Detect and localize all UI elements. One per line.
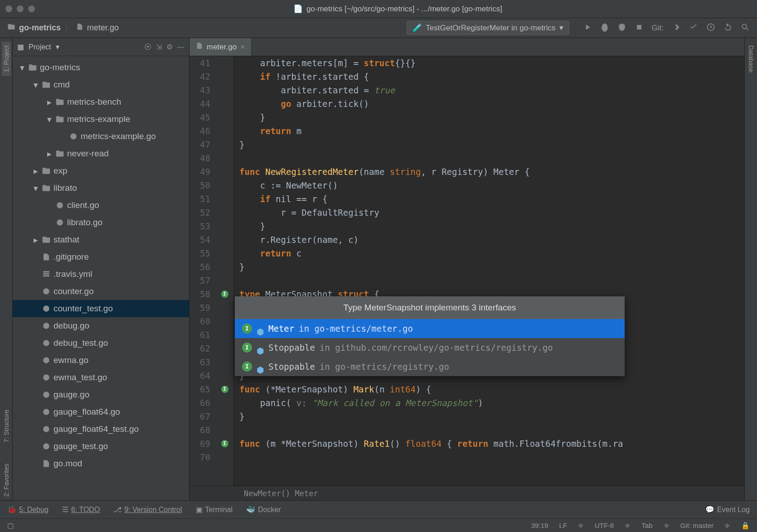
code-line[interactable]: arbiter.started = true <box>239 83 744 97</box>
run-coverage-button[interactable] <box>617 23 626 34</box>
run-button[interactable] <box>583 23 592 34</box>
code-line[interactable]: func (*MeterSnapshot) Mark(n int64) { <box>239 382 744 396</box>
tree-item[interactable]: ▾librato <box>13 179 189 197</box>
close-tab-icon[interactable]: × <box>240 43 245 52</box>
code-line[interactable]: panic( v: "Mark called on a MeterSnapsho… <box>239 396 744 410</box>
popup-item[interactable]: I⬢Meter in go-metrics/meter.go <box>235 319 625 338</box>
tree-item[interactable]: gauge_float64_test.go <box>13 421 189 438</box>
indent-setting[interactable]: Tab <box>641 522 652 529</box>
tree-item[interactable]: debug.go <box>13 317 189 334</box>
tree-item[interactable]: ▾cmd <box>13 76 189 93</box>
run-configuration-selector[interactable]: 🧪 TestGetOrRegisterMeter in go-metrics ▾ <box>407 21 569 35</box>
maximize-window-button[interactable] <box>28 5 35 12</box>
code-line[interactable]: } <box>239 219 744 233</box>
docker-tool-tab[interactable]: 🐳 Docker <box>246 505 281 514</box>
locate-icon[interactable]: ⦿ <box>144 43 151 51</box>
popup-item[interactable]: I⬢Stoppable in github.com/rcrowley/go-me… <box>235 338 625 357</box>
structure-tool-tab[interactable]: 7: Structure <box>2 406 11 446</box>
settings-gear-icon[interactable]: ⚙ <box>166 43 173 51</box>
tree-caret-icon[interactable]: ▾ <box>33 82 39 88</box>
chevron-down-icon[interactable]: ▾ <box>56 43 59 51</box>
tree-item[interactable]: counter.go <box>13 283 189 300</box>
tree-item[interactable]: debug_test.go <box>13 334 189 352</box>
code-line[interactable]: } <box>239 138 744 151</box>
code-line[interactable]: func (m *MeterSnapshot) Rate1() float64 … <box>239 437 744 450</box>
tree-item[interactable]: metrics-example.go <box>13 128 189 145</box>
tree-item[interactable]: ewma.go <box>13 352 189 369</box>
code-line[interactable]: } <box>239 260 744 274</box>
tree-item[interactable]: gauge.go <box>13 386 189 403</box>
code-line[interactable] <box>239 450 744 464</box>
tree-item[interactable]: ▾metrics-example <box>13 111 189 128</box>
project-header-label[interactable]: Project <box>29 43 51 51</box>
implements-popup[interactable]: Type MeterSnapshot implements 3 interfac… <box>235 296 625 376</box>
favorites-tool-tab[interactable]: 2: Favorites <box>2 460 11 500</box>
file-encoding[interactable]: UTF-8 <box>595 522 614 529</box>
vcs-history-button[interactable] <box>706 23 715 34</box>
code-line[interactable]: } <box>239 410 744 423</box>
quick-list-icon[interactable]: ▢ <box>7 522 14 530</box>
code-line[interactable]: if !arbiter.started { <box>239 70 744 83</box>
project-tool-tab[interactable]: 1: Project <box>2 42 11 76</box>
tree-caret-icon[interactable]: ▾ <box>19 64 25 71</box>
caret-position[interactable]: 39:19 <box>531 522 548 529</box>
tree-caret-icon[interactable]: ▸ <box>33 168 39 174</box>
code-line[interactable]: go arbiter.tick() <box>239 97 744 111</box>
tree-item[interactable]: ▸stathat <box>13 231 189 248</box>
tree-item[interactable]: librato.go <box>13 214 189 231</box>
tree-caret-icon[interactable]: ▸ <box>33 237 39 243</box>
breadcrumb-project[interactable]: go-metrics <box>19 23 61 33</box>
breadcrumb[interactable]: go-metrics 〉 meter.go <box>7 23 119 34</box>
tree-item[interactable]: ▸never-read <box>13 145 189 162</box>
implements-gutter-icon[interactable]: I <box>221 386 228 393</box>
collapse-all-icon[interactable]: ⇲ <box>156 43 162 51</box>
gutter-marker[interactable]: I <box>216 287 233 301</box>
code-line[interactable] <box>239 151 744 165</box>
tree-item[interactable]: gauge_test.go <box>13 438 189 455</box>
code-line[interactable]: } <box>239 111 744 124</box>
debug-tool-tab[interactable]: 🐞 5: Debug <box>7 505 49 514</box>
gutter-marker[interactable]: I <box>216 437 233 450</box>
tree-caret-icon[interactable]: ▸ <box>46 150 53 157</box>
tree-item[interactable]: gauge_float64.go <box>13 403 189 421</box>
code-line[interactable]: r.Register(name, c) <box>239 233 744 247</box>
vcs-update-button[interactable] <box>672 23 681 34</box>
tree-item[interactable]: .gitignore <box>13 248 189 266</box>
minimize-window-button[interactable] <box>17 5 24 12</box>
code-line[interactable]: r = DefaultRegistry <box>239 206 744 219</box>
code-line[interactable]: return m <box>239 124 744 138</box>
tree-caret-icon[interactable]: ▸ <box>46 99 53 105</box>
breadcrumb-file[interactable]: meter.go <box>87 23 119 33</box>
event-log-button[interactable]: 💬 Event Log <box>705 505 750 514</box>
markers-gutter[interactable]: III <box>216 56 234 486</box>
code-content[interactable]: 4142434445464748495051525354555657585960… <box>189 56 744 486</box>
tree-caret-icon[interactable]: ▾ <box>46 116 53 122</box>
tree-item[interactable]: ewma_test.go <box>13 369 189 386</box>
tree-item[interactable]: .travis.yml <box>13 266 189 283</box>
code-line[interactable]: c := NewMeter() <box>239 179 744 192</box>
editor-breadcrumb[interactable]: NewMeter() Meter <box>189 486 744 500</box>
debug-button[interactable] <box>600 23 609 34</box>
file-tab-meter-go[interactable]: meter.go × <box>189 38 252 56</box>
tree-caret-icon[interactable]: ▾ <box>33 185 39 191</box>
vcs-commit-button[interactable] <box>689 23 698 34</box>
code-line[interactable] <box>239 274 744 287</box>
implements-gutter-icon[interactable]: I <box>221 440 228 447</box>
code-line[interactable]: if nil == r { <box>239 192 744 206</box>
database-tool-tab[interactable]: Database <box>747 42 756 76</box>
implements-gutter-icon[interactable]: I <box>221 290 228 298</box>
code-line[interactable]: arbiter.meters[m] = struct{}{} <box>239 56 744 70</box>
tree-item[interactable]: counter_test.go <box>13 300 189 317</box>
lock-icon[interactable]: 🔒 <box>741 522 750 530</box>
code-line[interactable]: func NewRegisteredMeter(name string, r R… <box>239 165 744 179</box>
stop-button[interactable] <box>635 23 644 34</box>
tree-item[interactable]: ▸metrics-bench <box>13 93 189 111</box>
tree-item[interactable]: go.mod <box>13 455 189 472</box>
popup-item[interactable]: I⬢Stoppable in go-metrics/registry.go <box>235 357 625 376</box>
tree-item[interactable]: ▸exp <box>13 162 189 179</box>
project-tree[interactable]: ▾go-metrics▾cmd▸metrics-bench▾metrics-ex… <box>13 56 189 500</box>
tree-item[interactable]: ▾go-metrics <box>13 59 189 76</box>
vcs-revert-button[interactable] <box>723 23 733 34</box>
code-line[interactable] <box>239 423 744 437</box>
tree-item[interactable]: client.go <box>13 197 189 214</box>
